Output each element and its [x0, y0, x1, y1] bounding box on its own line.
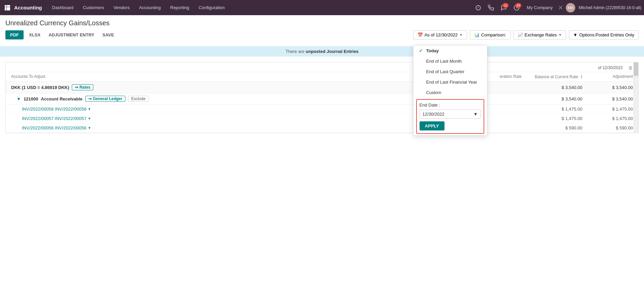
svg-rect-8 [8, 9, 10, 10]
invoice-row-1: INV/2022/00057 INV/2022/00057 ▼ kr 7,182… [6, 114, 638, 123]
topnav-right: 11 49 My Company ✕ MA Mitchell Admin (22… [473, 2, 641, 13]
info-bar-bold: unposted Journal Entries [306, 49, 359, 54]
dkk-row: DKK (1 USD = 4.86919 DKK) ⇒ Rates $ 3,54… [6, 82, 638, 93]
date-column-label: of 12/30/2022 [598, 65, 623, 70]
dropdown-end-last-financial-year[interactable]: End of Last Financial Year [413, 77, 487, 87]
dropdown-today-label: Today [426, 48, 439, 53]
bar-chart-icon: 📊 [474, 32, 480, 37]
chevron-down-icon: ▼ [459, 33, 463, 37]
inv-balance-current-2: $ 590.00 [522, 125, 582, 130]
user-menu[interactable]: Mitchell Admin (22289530-16-0-all) [579, 5, 641, 10]
date-dropdown: ✓ Today End of Last Month End of Last Qu… [413, 45, 487, 136]
clock-badge: 49 [515, 3, 521, 8]
end-date-input[interactable]: 12/30/2022 ▼ [420, 110, 481, 119]
scrollbar-track[interactable] [634, 62, 638, 133]
trend-icon: 📈 [518, 32, 523, 37]
comparison-button[interactable]: 📊 Comparison: [470, 30, 511, 39]
dropdown-end-last-financial-year-label: End of Last Financial Year [426, 80, 477, 85]
inv-chevron-icon-0: ▼ [88, 107, 91, 111]
svg-rect-1 [7, 5, 8, 7]
inv-chevron-icon-2: ▼ [88, 126, 91, 130]
app-brand: Accounting [14, 5, 42, 10]
rates-link[interactable]: ⇒ Rates [72, 84, 93, 90]
report-columns: Accounts To Adjust Balance in Fc eration… [6, 72, 638, 82]
col-adjustment: Adjustment [582, 74, 633, 79]
clock-icon-btn[interactable]: 49 [511, 2, 522, 13]
topnav: Accounting Dashboard Customers Vendors A… [0, 0, 644, 15]
save-button[interactable]: SAVE [100, 30, 117, 39]
nav-accounting[interactable]: Accounting [134, 0, 165, 15]
exchange-rates-label: Exchange Rates [525, 32, 557, 37]
exchange-rates-button[interactable]: 📈 Exchange Rates ▼ [513, 30, 566, 39]
svg-rect-4 [7, 7, 8, 9]
col-balance-current: Balance at Current Rate ℹ [522, 74, 582, 79]
end-date-label: End Date : [420, 102, 481, 108]
custom-date-section: End Date : 12/30/2022 ▼ APPLY [416, 99, 484, 134]
bug-icon-btn[interactable] [473, 2, 484, 13]
inv-balance-current-1: $ 1,475.00 [522, 116, 582, 121]
nav-separator: ✕ [558, 4, 563, 11]
account-adjustment: $ 3,540.00 [582, 96, 633, 101]
col-accounts: Accounts To Adjust [11, 74, 400, 79]
dkk-label: DKK (1 USD = 4.86919 DKK) ⇒ Rates [11, 84, 400, 90]
exclude-button[interactable]: Exclude [128, 96, 149, 102]
nav-customers[interactable]: Customers [78, 0, 109, 15]
account-number: 121000 [24, 96, 38, 101]
dropdown-today[interactable]: ✓ Today [413, 46, 487, 56]
nav-configuration[interactable]: Configuration [194, 0, 229, 15]
account-label: ▼ 121000 Account Receivable ⇒ General Le… [11, 96, 400, 102]
adjustment-entry-button[interactable]: ADJUSTMENT ENTRY [46, 30, 97, 39]
inv-link-0[interactable]: INV/2022/00058 INV/2022/00058 ▼ [22, 107, 400, 112]
nav-reporting[interactable]: Reporting [165, 0, 194, 15]
dropdown-end-last-quarter[interactable]: End of Last Quarter [413, 66, 487, 77]
chevron-down-icon2: ▼ [558, 33, 562, 37]
expand-icon[interactable]: ▼ [17, 96, 21, 101]
dropdown-custom[interactable]: Custom [413, 87, 487, 98]
general-ledger-link[interactable]: ⇒ General Ledger [85, 96, 125, 102]
svg-rect-2 [8, 5, 10, 7]
svg-rect-6 [5, 9, 6, 10]
inv-link-col: INV/2022/00058 INV/2022/00058 ▼ [22, 107, 400, 112]
topnav-menu: Dashboard Customers Vendors Accounting R… [48, 0, 473, 15]
svg-rect-3 [5, 7, 6, 9]
calendar-icon: 📅 [418, 32, 423, 37]
delete-icon[interactable]: 🗑 [628, 65, 633, 70]
nav-dashboard[interactable]: Dashboard [48, 0, 79, 15]
inv-adjustment-0: $ 1,475.00 [582, 107, 633, 112]
inv-link-col: INV/2022/00056 INV/2022/00056 ▼ [22, 125, 400, 130]
apply-button[interactable]: APPLY [420, 121, 444, 130]
chat-badge: 11 [502, 3, 509, 8]
dropdown-end-last-month[interactable]: End of Last Month [413, 56, 487, 66]
dropdown-custom-label: Custom [426, 90, 441, 95]
dkk-balance-current: $ 3,540.00 [522, 85, 582, 90]
scrollbar-thumb[interactable] [634, 62, 638, 76]
inv-adjustment-2: $ 590.00 [582, 125, 633, 130]
info-bar: There are unposted Journal Entries [0, 46, 644, 57]
info-circle-icon[interactable]: ℹ [579, 74, 582, 79]
grid-icon[interactable] [3, 3, 12, 12]
account-row: ▼ 121000 Account Receivable ⇒ General Le… [6, 93, 638, 105]
account-balance-current: $ 3,540.00 [522, 96, 582, 101]
inv-link-1[interactable]: INV/2022/00057 INV/2022/00057 ▼ [22, 116, 400, 121]
page-title: Unrealized Currency Gains/Losses [5, 19, 639, 27]
as-of-date-button[interactable]: 📅 As of 12/30/2022 ▼ [413, 30, 467, 39]
page-header: Unrealized Currency Gains/Losses PDF XLS… [0, 15, 644, 46]
xlsx-button[interactable]: XLSX [26, 30, 43, 39]
options-label: Options:Posted Entries Only [579, 32, 634, 37]
filter-icon: ▼ [573, 32, 578, 37]
company-selector[interactable]: My Company [524, 5, 555, 10]
inv-link-col: INV/2022/00057 INV/2022/00057 ▼ [22, 116, 400, 121]
check-icon: ✓ [419, 48, 424, 53]
report-area: of 12/30/2022 🗑 Accounts To Adjust Balan… [5, 62, 639, 133]
phone-icon-btn[interactable] [486, 2, 496, 13]
dropdown-end-last-month-label: End of Last Month [426, 59, 462, 64]
dropdown-arrow-icon: ▼ [473, 112, 478, 117]
chat-icon-btn[interactable]: 11 [498, 2, 509, 13]
report-header-row: of 12/30/2022 🗑 [6, 62, 638, 72]
options-button[interactable]: ▼ Options:Posted Entries Only [569, 30, 639, 39]
inv-link-2[interactable]: INV/2022/00056 INV/2022/00056 ▼ [22, 125, 400, 130]
invoice-rows: INV/2022/00058 INV/2022/00058 ▼ kr 7,182… [6, 105, 638, 133]
as-of-dropdown-container: 📅 As of 12/30/2022 ▼ ✓ Today End of Last… [413, 30, 467, 39]
nav-vendors[interactable]: Vendors [109, 0, 134, 15]
pdf-button[interactable]: PDF [5, 30, 24, 39]
